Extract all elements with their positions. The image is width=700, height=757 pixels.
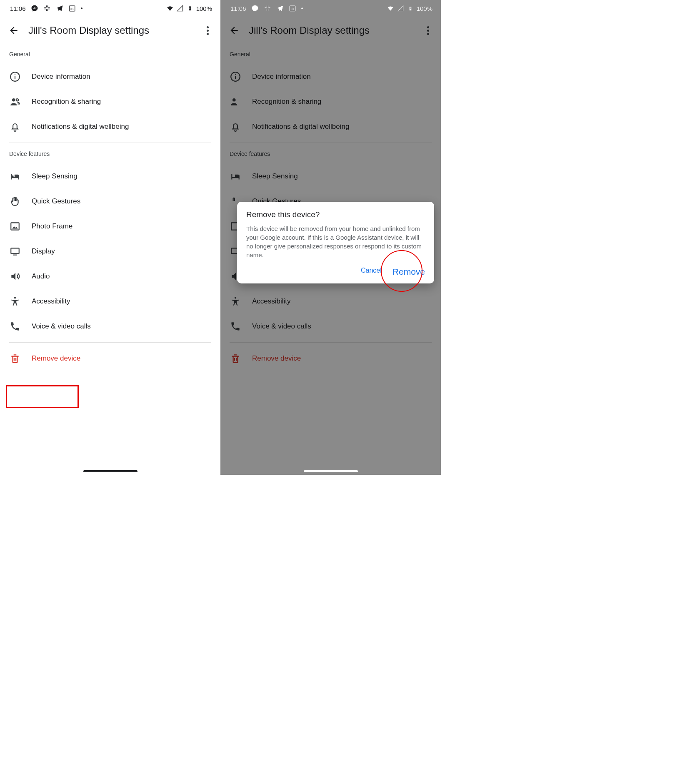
row-label: Quick Gestures (32, 197, 80, 206)
info-icon (9, 71, 21, 83)
svg-point-6 (12, 98, 15, 102)
row-audio[interactable]: Audio (0, 264, 220, 289)
status-dot (81, 8, 82, 9)
app-bar: Jill's Room Display settings (0, 17, 220, 47)
row-label: Sleep Sensing (32, 172, 78, 180)
row-device-info[interactable]: Device information (0, 64, 220, 89)
battery-text: 100% (196, 5, 212, 12)
trash-icon (9, 353, 21, 364)
svg-rect-9 (11, 248, 19, 253)
divider (9, 342, 211, 343)
row-quick-gestures[interactable]: Quick Gestures (0, 189, 220, 214)
nav-bar-handle[interactable] (83, 470, 138, 472)
signal-icon (176, 5, 184, 12)
calendar-icon: 31 (68, 5, 76, 12)
battery-icon (407, 5, 414, 12)
svg-rect-8 (11, 223, 19, 230)
row-display[interactable]: Display (0, 239, 220, 264)
row-voice-video[interactable]: Voice & video calls (0, 314, 220, 339)
row-notifications[interactable]: Notifications & digital wellbeing (0, 114, 220, 139)
row-sleep-sensing[interactable]: Sleep Sensing (0, 164, 220, 189)
battery-icon (186, 5, 194, 12)
wifi-icon (387, 5, 394, 12)
battery-text: 100% (417, 5, 432, 12)
monitor-icon (9, 246, 21, 257)
svg-text:31: 31 (70, 7, 73, 11)
svg-text:31: 31 (290, 7, 294, 11)
people-icon (9, 96, 21, 108)
screenshot-left: 11:06 31 100% (0, 0, 220, 475)
telegram-icon (276, 5, 284, 12)
section-general-label: General (0, 47, 220, 64)
messenger-icon (31, 5, 38, 12)
row-label: Notifications & digital wellbeing (32, 123, 129, 131)
screenshot-right: 11:06 31 100% (220, 0, 441, 475)
phone-icon (9, 321, 21, 332)
status-bar-overlay: 11:06 31 100% (220, 0, 441, 17)
section-device-features-label: Device features (0, 146, 220, 164)
svg-point-7 (16, 99, 18, 101)
back-button[interactable] (8, 24, 20, 37)
messenger-icon (251, 5, 259, 12)
bed-icon (9, 170, 21, 182)
svg-point-5 (15, 74, 15, 75)
dialog-remove-button[interactable]: Remove (392, 267, 425, 277)
page-title: Jill's Room Display settings (28, 25, 193, 36)
image-icon (9, 221, 21, 232)
accessibility-icon (9, 296, 21, 307)
calendar-icon: 31 (289, 5, 296, 12)
row-label: Voice & video calls (32, 322, 91, 331)
dialog-cancel-button[interactable]: Cancel (361, 267, 382, 277)
remove-device-dialog: Remove this device? This device will be … (237, 202, 434, 283)
row-label: Display (32, 247, 55, 256)
row-label: Accessibility (32, 297, 70, 306)
row-label: Device information (32, 73, 90, 81)
row-label: Remove device (32, 354, 80, 363)
speaker-icon (9, 271, 21, 282)
status-time: 11:06 (230, 5, 246, 12)
row-label: Recognition & sharing (32, 98, 101, 106)
annotation-highlight-remove (6, 385, 79, 408)
status-time: 11:06 (10, 5, 26, 12)
telegram-icon (56, 5, 63, 12)
row-recognition[interactable]: Recognition & sharing (0, 89, 220, 114)
dialog-body: This device will be removed from your ho… (246, 224, 425, 259)
hand-icon (9, 196, 21, 207)
status-bar: 11:06 31 100% (0, 0, 220, 17)
divider (9, 143, 211, 143)
dialog-title: Remove this device? (246, 210, 425, 219)
bell-icon (9, 121, 21, 133)
svg-point-11 (14, 297, 16, 298)
status-dot (301, 8, 303, 9)
wifi-icon (166, 5, 174, 12)
row-remove-device[interactable]: Remove device (0, 346, 220, 371)
overflow-menu-button[interactable] (201, 24, 214, 37)
slack-icon (43, 5, 51, 12)
row-photo-frame[interactable]: Photo Frame (0, 214, 220, 239)
row-label: Photo Frame (32, 222, 72, 231)
nav-bar-handle[interactable] (304, 470, 358, 472)
slack-icon (264, 5, 271, 12)
row-accessibility[interactable]: Accessibility (0, 289, 220, 314)
row-label: Audio (32, 272, 50, 281)
signal-icon (397, 5, 404, 12)
